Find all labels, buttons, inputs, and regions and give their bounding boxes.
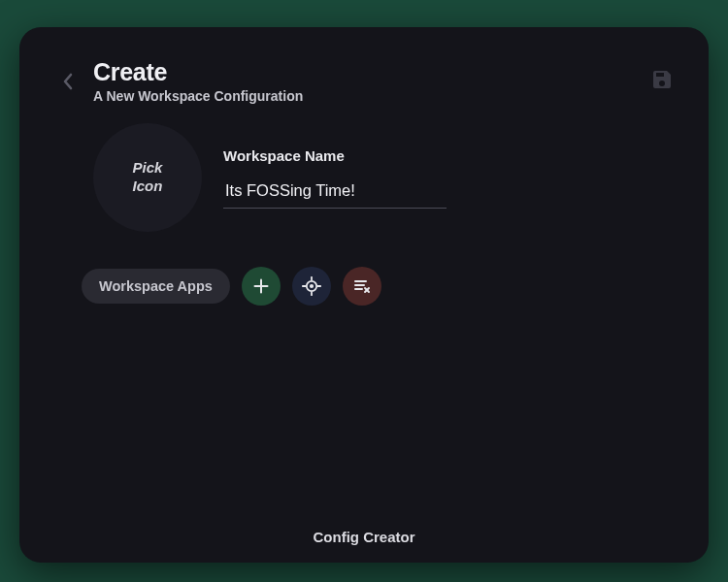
icon-picker-label: Pick Icon (118, 159, 177, 196)
config-creator-window: Create A New Workspace Configuration Pic… (19, 27, 709, 563)
title-block: Create A New Workspace Configuration (93, 58, 650, 104)
workspace-name-label: Workspace Name (223, 147, 447, 164)
save-icon (650, 68, 674, 91)
header: Create A New Workspace Configuration (19, 27, 709, 104)
crosshair-icon (302, 276, 321, 296)
icon-picker[interactable]: Pick Icon (93, 123, 202, 232)
back-button[interactable] (54, 68, 82, 95)
svg-point-3 (310, 284, 314, 288)
page-subtitle: A New Workspace Configuration (93, 88, 650, 104)
workspace-apps-row: Workspace Apps (19, 232, 709, 306)
save-button[interactable] (650, 68, 678, 95)
page-title: Create (93, 58, 650, 86)
remove-apps-button[interactable] (343, 267, 381, 306)
workspace-name-block: Workspace Name (223, 147, 447, 209)
list-remove-icon (352, 276, 372, 296)
plus-icon (252, 277, 270, 295)
workspace-name-input[interactable] (223, 178, 447, 209)
locate-app-button[interactable] (292, 267, 331, 306)
workspace-form-row: Pick Icon Workspace Name (19, 104, 709, 232)
chevron-left-icon (61, 72, 75, 91)
workspace-apps-label: Workspace Apps (82, 269, 230, 304)
add-app-button[interactable] (242, 267, 281, 306)
footer-label: Config Creator (19, 529, 709, 563)
